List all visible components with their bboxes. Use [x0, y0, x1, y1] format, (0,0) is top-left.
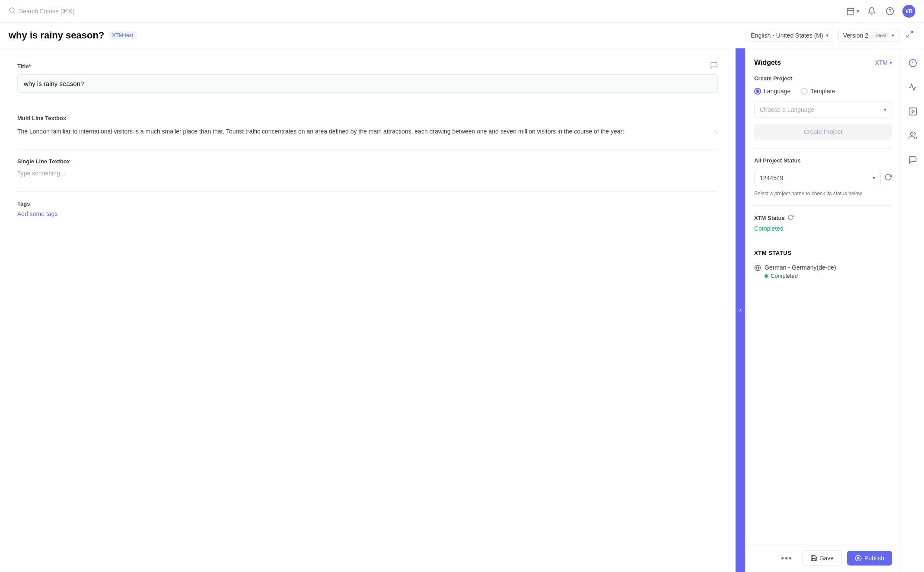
- entry-title-text: why is rainy season?: [9, 30, 104, 41]
- radio-group: Language Template: [754, 88, 892, 95]
- xtm-status-header: XTM Status: [754, 214, 892, 222]
- project-dropdown-chevron: ▾: [873, 175, 875, 181]
- svg-point-0: [10, 8, 14, 13]
- svg-marker-18: [912, 110, 914, 113]
- radio-language-label: Language: [764, 88, 790, 95]
- entry-badge: XTM-test: [108, 32, 137, 39]
- choose-language-text: Choose a Language: [760, 106, 814, 113]
- svg-line-9: [907, 35, 909, 37]
- title-input[interactable]: [17, 74, 718, 93]
- language-info: German - Germany(de-de) Completed: [765, 264, 836, 279]
- multiline-content[interactable]: The London familiar to international vis…: [17, 127, 718, 136]
- header-right: English - United States (M) ▾ Version 2 …: [746, 29, 915, 42]
- divider-3: [17, 191, 718, 192]
- xtm-chevron: ▾: [889, 60, 892, 66]
- more-options-button[interactable]: •••: [777, 551, 797, 566]
- radio-language-circle: [754, 88, 761, 95]
- search-bar[interactable]: Search Entries (⌘K): [9, 7, 74, 15]
- create-project-title: Create Project: [754, 75, 892, 82]
- bottom-footer: ••• Save Publish: [746, 544, 901, 572]
- svg-rect-17: [909, 108, 916, 115]
- widgets-title: Widgets: [754, 59, 781, 67]
- create-project-button[interactable]: Create Project: [754, 124, 892, 140]
- calendar-icon[interactable]: ▾: [846, 7, 859, 16]
- language-selector[interactable]: English - United States (M) ▾: [746, 29, 833, 42]
- xtm-status-refresh-icon[interactable]: [787, 214, 793, 222]
- xtm-status-label: XTM Status: [754, 215, 785, 221]
- title-label: Title*: [17, 63, 31, 70]
- xtm-status-value: Completed: [754, 225, 892, 232]
- version-chevron: ▾: [892, 32, 894, 38]
- fullscreen-button[interactable]: [904, 29, 915, 42]
- tags-label: Tags: [17, 200, 718, 207]
- tags-placeholder[interactable]: Add some tags: [17, 210, 718, 217]
- panel-divider-2: [754, 205, 892, 206]
- version-selector[interactable]: Version 2 Latest ▾: [838, 29, 899, 42]
- singleline-placeholder[interactable]: Type something...: [17, 168, 718, 178]
- divider-2: [17, 149, 718, 149]
- xtm-label: XTM: [875, 59, 888, 66]
- svg-line-8: [911, 31, 913, 33]
- nav-icons: ▾ VR: [846, 5, 915, 18]
- multiline-text: The London familiar to international vis…: [17, 128, 624, 135]
- project-id: 1244549: [760, 175, 784, 181]
- comment-icon[interactable]: [710, 61, 718, 71]
- title-field-header: Title*: [17, 61, 718, 71]
- user-avatar[interactable]: VR: [902, 5, 915, 18]
- main-layout: Title* Multi Line Textbox The London fam…: [0, 48, 924, 572]
- publish-label: Publish: [864, 555, 884, 562]
- multiline-field-section: Multi Line Textbox The London familiar t…: [17, 115, 718, 136]
- right-sidebar: [901, 48, 924, 572]
- status-dot: [765, 274, 768, 278]
- choose-language-chevron: ▾: [884, 107, 886, 113]
- choose-language-dropdown[interactable]: Choose a Language ▾: [754, 102, 892, 118]
- panel-divider-3: [754, 241, 892, 241]
- sidebar-users-icon[interactable]: [905, 128, 921, 143]
- language-name: German - Germany(de-de): [765, 264, 836, 271]
- radio-template[interactable]: Template: [801, 88, 835, 95]
- language-status-text: Completed: [771, 273, 798, 279]
- help-icon[interactable]: [884, 6, 895, 17]
- widgets-header: Widgets XTM ▾: [754, 59, 892, 67]
- entry-title-section: why is rainy season? XTM-test: [9, 30, 137, 41]
- sidebar-comment-icon[interactable]: [905, 152, 921, 168]
- sidebar-activity-icon[interactable]: [905, 79, 921, 95]
- top-nav: Search Entries (⌘K) ▾ VR: [0, 0, 924, 22]
- bell-icon[interactable]: [866, 6, 877, 17]
- divider-1: [17, 106, 718, 106]
- language-status-row: German - Germany(de-de) Completed: [754, 261, 892, 283]
- version-badge: Latest: [871, 32, 889, 39]
- resize-handle[interactable]: ⤡: [714, 128, 718, 136]
- sidebar-info-icon[interactable]: [905, 55, 921, 71]
- multiline-label: Multi Line Textbox: [17, 115, 718, 121]
- header-bar: why is rainy season? XTM-test English - …: [0, 22, 924, 48]
- publish-button[interactable]: Publish: [847, 551, 892, 566]
- language-icon: [754, 264, 761, 273]
- search-placeholder: Search Entries (⌘K): [19, 8, 74, 15]
- save-label: Save: [820, 555, 834, 562]
- tags-field-section: Tags Add some tags: [17, 200, 718, 217]
- singleline-field-section: Single Line Textbox Type something...: [17, 158, 718, 178]
- save-button[interactable]: Save: [802, 550, 842, 566]
- search-icon: [9, 7, 16, 15]
- xtm-badge[interactable]: XTM ▾: [875, 59, 892, 66]
- svg-line-1: [13, 12, 15, 13]
- svg-rect-2: [848, 8, 854, 15]
- editor-area: Title* Multi Line Textbox The London fam…: [0, 48, 736, 572]
- language-label: English - United States (M): [751, 32, 823, 39]
- version-label: Version 2: [843, 32, 868, 39]
- calendar-chevron: ▾: [857, 8, 859, 14]
- status-hint: Select a project name to check its statu…: [754, 191, 892, 197]
- project-dropdown[interactable]: 1244549 ▾: [754, 170, 881, 186]
- singleline-label: Single Line Textbox: [17, 158, 718, 165]
- svg-marker-13: [858, 557, 860, 559]
- panel-divider-1: [754, 148, 892, 149]
- all-project-status-title: All Project Status: [754, 157, 892, 164]
- language-chevron: ▾: [826, 32, 828, 38]
- sidebar-play-icon[interactable]: [905, 104, 921, 119]
- right-panel-content: Widgets XTM ▾ Create Project Language Te…: [746, 48, 901, 544]
- collapse-toggle[interactable]: [736, 48, 745, 572]
- radio-language[interactable]: Language: [754, 88, 790, 95]
- title-field-section: Title*: [17, 61, 718, 93]
- refresh-button[interactable]: [884, 173, 892, 183]
